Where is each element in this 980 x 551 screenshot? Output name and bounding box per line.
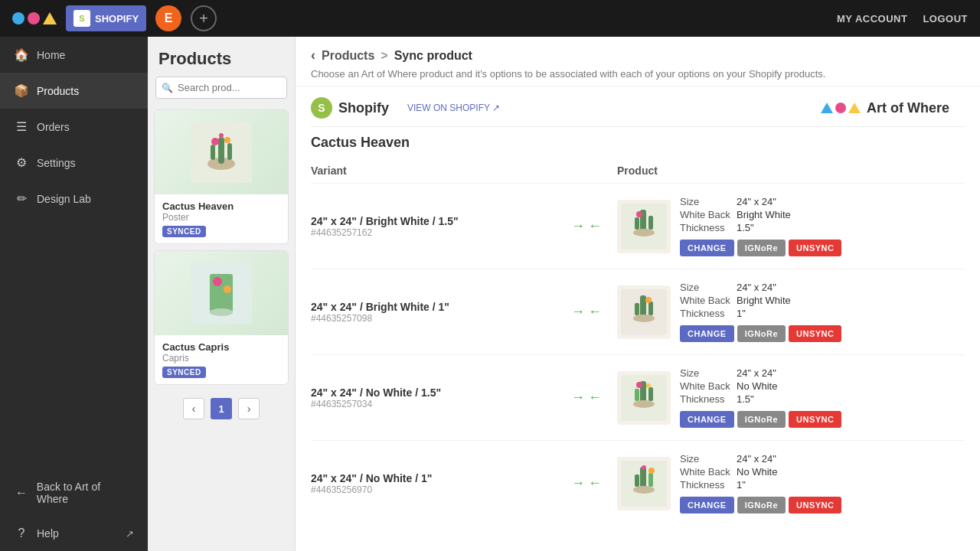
detail-size-1: Size 24" x 24" — [680, 282, 965, 293]
content-subtitle: Choose an Art of Where product and it's … — [311, 68, 965, 80]
arrow-right-0: → — [571, 218, 585, 234]
sidebar-item-orders[interactable]: ☰ Orders — [0, 109, 148, 145]
svg-point-12 — [224, 285, 231, 293]
change-button-1[interactable]: CHANGE — [680, 325, 734, 342]
product-info-0: Size 24" x 24" White Back Bright White T… — [617, 196, 965, 256]
products-icon: 📦 — [14, 83, 29, 98]
search-input[interactable] — [155, 77, 287, 99]
search-box: 🔍 — [155, 77, 287, 99]
breadcrumb-back-button[interactable]: ‹ — [311, 47, 315, 64]
sidebar-item-settings[interactable]: ⚙ Settings — [0, 145, 148, 181]
product-card-cactus-capris[interactable]: Cactus Capris Capris SYNCED — [154, 250, 289, 385]
svg-rect-35 — [648, 473, 653, 487]
svg-point-17 — [636, 211, 642, 217]
external-link-icon: ↗ — [492, 103, 500, 113]
etsy-platform-button[interactable]: E — [155, 5, 181, 31]
aow-triangle-yellow — [848, 103, 861, 113]
svg-point-36 — [642, 465, 646, 470]
white-back-value-3: No White — [737, 466, 777, 478]
variant-id-1: #44635257098 — [311, 313, 556, 324]
sidebar-item-help[interactable]: ? Help ↗ — [0, 516, 148, 551]
view-on-shopify-button[interactable]: VIEW ON SHOPIFY ↗ — [407, 103, 500, 113]
sidebar-item-design-lab[interactable]: ✏ Design Lab — [0, 181, 148, 217]
variant-name-3: 24" x 24" / No White / 1" — [311, 472, 556, 484]
my-account-button[interactable]: MY ACCOUNT — [837, 13, 907, 24]
svg-rect-22 — [648, 302, 653, 315]
shopify-platform-name: Shopify — [338, 100, 389, 116]
svg-rect-21 — [635, 303, 639, 315]
product-thumb-3 — [617, 457, 671, 510]
product-thumb-1 — [617, 285, 671, 339]
product-details-3: Size 24" x 24" White Back No White Thick… — [680, 453, 965, 514]
white-back-label-1: White Back — [680, 295, 733, 306]
breadcrumb-separator: > — [381, 49, 387, 63]
topbar-right: MY ACCOUNT LOGOUT — [837, 13, 968, 24]
thickness-value-2: 1.5" — [737, 393, 754, 405]
variant-id-0: #44635257162 — [311, 227, 556, 238]
detail-white-back-0: White Back Bright White — [680, 209, 965, 220]
variant-name-2: 24" x 24" / No White / 1.5" — [311, 386, 556, 399]
search-icon: 🔍 — [162, 83, 173, 93]
products-panel: Products 🔍 Cactus Heaven Pos — [148, 37, 296, 551]
external-link-icon: ↗ — [126, 528, 134, 540]
arrow-left-1: ← — [588, 304, 602, 320]
variant-row-0: 24" x 24" / Bright White / 1.5" #4463525… — [311, 183, 965, 269]
sidebar-item-products[interactable]: 📦 Products — [0, 73, 148, 109]
aow-shapes — [821, 103, 861, 113]
ignore-button-2[interactable]: IGNoRe — [737, 411, 786, 428]
arrows-2: → ← — [556, 390, 617, 406]
white-back-value-0: Bright White — [737, 209, 791, 220]
white-back-label-2: White Back — [680, 380, 733, 392]
sidebar-item-home[interactable]: 🏠 Home — [0, 37, 148, 73]
unsync-button-1[interactable]: UNSYNC — [789, 325, 841, 342]
synced-badge-1: SYNCED — [162, 367, 206, 378]
size-value-3: 24" x 24" — [737, 453, 776, 465]
product-card-image-cactus-capris — [155, 251, 288, 335]
thickness-label-3: Thickness — [680, 479, 733, 491]
sidebar-bottom: ← Back to Art of Where ? Help ↗ — [0, 470, 148, 551]
ignore-button-1[interactable]: IGNoRe — [737, 325, 786, 342]
variant-info-3: 24" x 24" / No White / 1" #44635256970 — [311, 472, 556, 495]
unsync-button-3[interactable]: UNSYNC — [789, 497, 841, 514]
shopify-platform-button[interactable]: S SHOPIFY — [66, 5, 146, 31]
unsync-button-2[interactable]: UNSYNC — [789, 411, 841, 428]
ignore-button-3[interactable]: IGNoRe — [737, 497, 786, 514]
svg-rect-20 — [640, 295, 646, 317]
logout-button[interactable]: LOGOUT — [923, 13, 968, 24]
unsync-button-0[interactable]: UNSYNC — [789, 240, 841, 256]
change-button-3[interactable]: CHANGE — [680, 497, 734, 514]
design-lab-icon: ✏ — [14, 191, 29, 206]
sidebar-label-settings: Settings — [37, 157, 76, 169]
sidebar-label-orders: Orders — [37, 121, 70, 133]
variant-id-3: #44635256970 — [311, 484, 556, 495]
content-header: ‹ Products > Sync product Choose an Art … — [296, 37, 980, 86]
detail-thickness-3: Thickness 1" — [680, 479, 965, 491]
prev-page-button[interactable]: ‹ — [183, 398, 204, 419]
svg-point-10 — [210, 308, 233, 316]
variant-row-1: 24" x 24" / Bright White / 1" #446352570… — [311, 269, 965, 354]
change-button-2[interactable]: CHANGE — [680, 411, 734, 428]
product-card-name-1: Cactus Capris — [162, 341, 280, 353]
synced-badge-0: SYNCED — [162, 226, 206, 237]
aow-triangle-blue — [821, 103, 833, 113]
svg-point-5 — [211, 138, 219, 145]
thickness-label-0: Thickness — [680, 222, 733, 233]
thickness-value-1: 1" — [737, 308, 746, 319]
ignore-button-0[interactable]: IGNoRe — [737, 240, 786, 256]
next-page-button[interactable]: › — [238, 398, 260, 419]
breadcrumb-products[interactable]: Products — [322, 49, 374, 63]
size-value-2: 24" x 24" — [737, 367, 776, 379]
detail-size-0: Size 24" x 24" — [680, 196, 965, 207]
svg-rect-3 — [211, 145, 215, 160]
current-page: 1 — [211, 398, 232, 419]
product-card-name-0: Cactus Heaven — [162, 201, 280, 212]
product-card-sub-0: Poster — [162, 212, 280, 223]
product-card-cactus-heaven[interactable]: Cactus Heaven Poster SYNCED — [154, 109, 289, 244]
add-platform-button[interactable]: + — [191, 5, 217, 31]
svg-point-7 — [219, 133, 224, 138]
detail-white-back-3: White Back No White — [680, 466, 965, 478]
sidebar-label-back: Back to Art of Where — [37, 481, 134, 505]
sidebar-item-back[interactable]: ← Back to Art of Where — [0, 470, 148, 516]
product-thumb-0 — [617, 200, 671, 253]
change-button-0[interactable]: CHANGE — [680, 240, 734, 256]
